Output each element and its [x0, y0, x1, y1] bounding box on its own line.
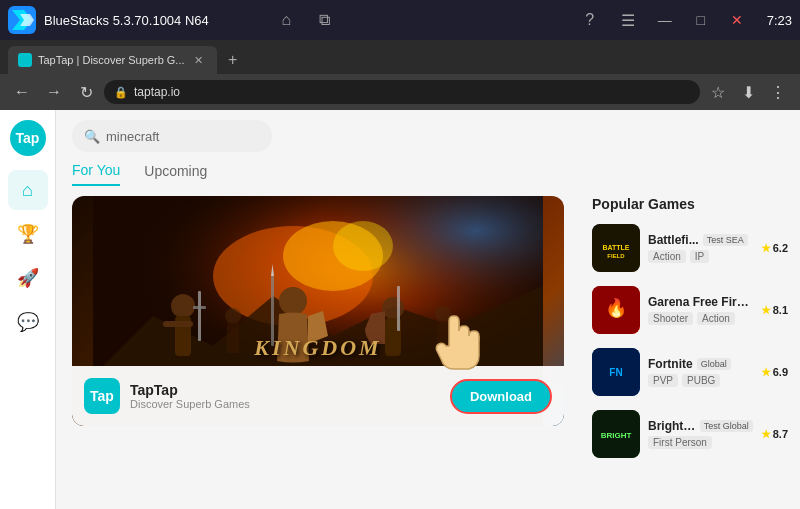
- minimize-btn[interactable]: —: [651, 6, 679, 34]
- game-badge: Test SEA: [703, 234, 748, 246]
- nav-right-buttons: ☆ ⬇ ⋮: [704, 78, 792, 106]
- browser-tab[interactable]: TapTap | Discover Superb G... ✕: [8, 46, 217, 74]
- search-icon: 🔍: [84, 129, 100, 144]
- game-tag: IP: [690, 250, 709, 263]
- game-details: Fortnite Global PVP PUBG: [648, 357, 753, 387]
- svg-rect-22: [227, 323, 239, 353]
- star-icon: ★: [761, 242, 771, 255]
- list-item[interactable]: FN Fortnite Global PVP PUBG: [592, 348, 788, 396]
- bookmark-btn[interactable]: ☆: [704, 78, 732, 106]
- game-title: Garena Free Fire ...: [648, 295, 753, 309]
- tab-bar: TapTap | Discover Superb G... ✕ +: [0, 40, 800, 74]
- home-icon-btn[interactable]: ⌂: [271, 5, 301, 35]
- game-details: Garena Free Fire ... Shooter Action: [648, 295, 753, 325]
- tab-title: TapTap | Discover Superb G...: [38, 54, 185, 66]
- menu-icon-btn[interactable]: ☰: [613, 5, 643, 35]
- kingdom-text: KINGDOM: [254, 335, 381, 361]
- multiwindow-icon-btn[interactable]: ⧉: [309, 5, 339, 35]
- sidebar-item-home[interactable]: ⌂: [8, 170, 48, 210]
- game-thumbnail: 🔥: [592, 286, 640, 334]
- download-overlay: Tap TapTap Discover Superb Games Downloa…: [72, 366, 564, 426]
- game-badge: Global: [697, 358, 731, 370]
- svg-point-8: [333, 221, 393, 271]
- game-banner[interactable]: KINGDOM: [72, 196, 564, 426]
- back-btn[interactable]: ←: [8, 78, 36, 106]
- sidebar: Tap ⌂ 🏆 🚀 💬: [0, 110, 56, 509]
- game-info: TapTap Discover Superb Games: [130, 382, 440, 410]
- svg-text:BRIGHT: BRIGHT: [601, 431, 632, 440]
- star-icon: ★: [761, 428, 771, 441]
- nav-bar: ← → ↻ 🔒 taptap.io ☆ ⬇ ⋮: [0, 74, 800, 110]
- app-area: Tap ⌂ 🏆 🚀 💬 🔍 minecraft For You Upcoming: [0, 110, 800, 509]
- game-tag: First Person: [648, 436, 712, 449]
- game-tag: Action: [697, 312, 735, 325]
- game-thumbnail: BATTLE FIELD: [592, 224, 640, 272]
- svg-rect-20: [397, 286, 400, 331]
- search-bar[interactable]: 🔍 minecraft: [72, 120, 272, 152]
- lock-icon: 🔒: [114, 86, 128, 99]
- svg-rect-13: [198, 291, 201, 341]
- game-badge: Test Global: [700, 420, 753, 432]
- svg-point-15: [279, 287, 307, 315]
- svg-text:FIELD: FIELD: [607, 253, 625, 259]
- game-title: Bright ...: [648, 419, 696, 433]
- download-button[interactable]: Download: [450, 379, 552, 414]
- game-name: TapTap: [130, 382, 440, 398]
- new-tab-btn[interactable]: +: [219, 46, 247, 74]
- game-title: Battlefi...: [648, 233, 699, 247]
- popular-title: Popular Games: [592, 196, 788, 212]
- app-title: BlueStacks 5.3.70.1004 N64: [44, 13, 263, 28]
- svg-rect-12: [163, 321, 193, 327]
- game-title: Fortnite: [648, 357, 693, 371]
- game-subtitle: Discover Superb Games: [130, 398, 440, 410]
- game-details: Battlefi... Test SEA Action IP: [648, 233, 753, 263]
- right-panel: Popular Games BATTLE FIELD Battlefi...: [580, 186, 800, 509]
- list-item[interactable]: 🔥 Garena Free Fire ... Shooter Action: [592, 286, 788, 334]
- refresh-btn[interactable]: ↻: [72, 78, 100, 106]
- url-text: taptap.io: [134, 85, 690, 99]
- title-bar: BlueStacks 5.3.70.1004 N64 ⌂ ⧉ ? ☰ — □ ✕…: [0, 0, 800, 40]
- address-bar[interactable]: 🔒 taptap.io: [104, 80, 700, 104]
- game-tag: Action: [648, 250, 686, 263]
- more-btn[interactable]: ⋮: [764, 78, 792, 106]
- svg-point-21: [225, 308, 241, 324]
- content-area: 🔍 minecraft For You Upcoming: [56, 110, 800, 509]
- sidebar-item-messages[interactable]: 💬: [8, 302, 48, 342]
- content-body: KINGDOM: [56, 186, 800, 509]
- svg-text:BATTLE: BATTLE: [602, 244, 629, 251]
- svg-text:FN: FN: [609, 367, 622, 378]
- svg-point-10: [171, 294, 195, 318]
- game-icon: Tap: [84, 378, 120, 414]
- sidebar-item-discover[interactable]: 🚀: [8, 258, 48, 298]
- search-text: minecraft: [106, 129, 159, 144]
- forward-btn[interactable]: →: [40, 78, 68, 106]
- game-thumbnail: BRIGHT: [592, 410, 640, 458]
- list-item[interactable]: BATTLE FIELD Battlefi... Test SEA Action…: [592, 224, 788, 272]
- game-details: Bright ... Test Global First Person: [648, 419, 753, 449]
- close-btn[interactable]: ✕: [723, 6, 751, 34]
- content-header: 🔍 minecraft For You Upcoming: [56, 110, 800, 186]
- tab-upcoming[interactable]: Upcoming: [144, 162, 207, 186]
- banner-area: KINGDOM: [56, 186, 580, 509]
- sidebar-item-leaderboard[interactable]: 🏆: [8, 214, 48, 254]
- svg-point-18: [382, 297, 404, 319]
- star-icon: ★: [761, 304, 771, 317]
- download-nav-btn[interactable]: ⬇: [734, 78, 762, 106]
- game-tag: PUBG: [682, 374, 720, 387]
- game-tag: PVP: [648, 374, 678, 387]
- help-icon-btn[interactable]: ?: [575, 5, 605, 35]
- bluestacks-logo: [8, 6, 36, 34]
- tab-for-you[interactable]: For You: [72, 162, 120, 186]
- game-thumbnail: FN: [592, 348, 640, 396]
- tab-favicon: [18, 53, 32, 67]
- maximize-btn[interactable]: □: [687, 6, 715, 34]
- app-logo[interactable]: Tap: [10, 120, 46, 156]
- system-time: 7:23: [767, 13, 792, 28]
- svg-rect-14: [193, 306, 206, 309]
- svg-text:🔥: 🔥: [605, 297, 628, 319]
- star-icon: ★: [761, 366, 771, 379]
- content-tabs: For You Upcoming: [72, 162, 784, 186]
- tab-close-btn[interactable]: ✕: [191, 52, 207, 68]
- svg-rect-24: [437, 321, 449, 349]
- list-item[interactable]: BRIGHT Bright ... Test Global First Pers…: [592, 410, 788, 458]
